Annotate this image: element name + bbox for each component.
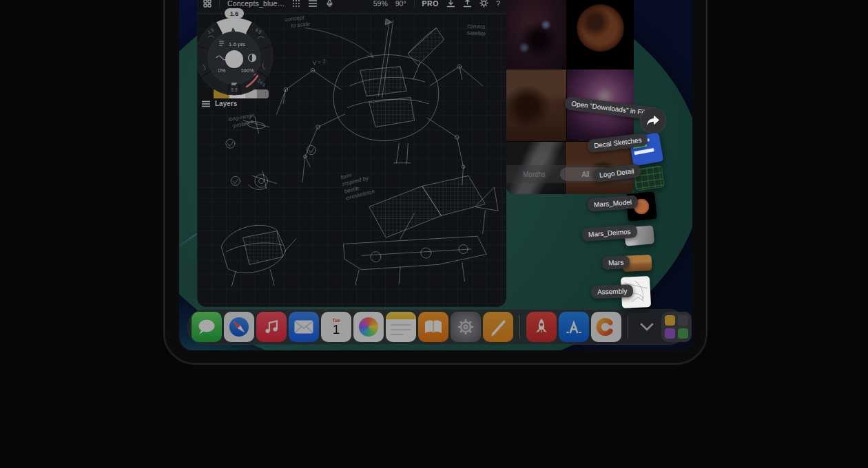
toolbar-divider: [414, 0, 415, 8]
ipad-device: Concepts_blue… 59% 90° PRO: [163, 0, 707, 365]
dock-app-library[interactable]: [661, 312, 692, 342]
dock-app-concepts[interactable]: [483, 312, 513, 342]
mini-star-icon: [665, 328, 675, 339]
app-library-minigrid: [665, 315, 688, 339]
calendar-day: 1: [333, 323, 340, 337]
pro-badge[interactable]: PRO: [422, 0, 439, 8]
dock-hide-chevron[interactable]: [634, 312, 659, 342]
annotation-concept-to-scale: conceptto scale: [285, 14, 311, 30]
import-icon[interactable]: [446, 0, 455, 8]
dock-app-books[interactable]: [418, 312, 448, 342]
segment-size-4: 8.8: [231, 87, 237, 92]
size-readout: 1.6 pts: [229, 41, 245, 47]
dock-app-crayon[interactable]: [591, 312, 621, 342]
opacity-min: 0%: [218, 67, 226, 74]
canvas-angle[interactable]: 90°: [395, 0, 406, 8]
dock-divider: [519, 315, 520, 339]
segment-months[interactable]: Months: [523, 171, 546, 178]
dock-app-mail[interactable]: [289, 312, 319, 342]
dock-app-notes[interactable]: [386, 312, 416, 342]
dock-app-messages[interactable]: [192, 312, 222, 342]
dock-app-rocket[interactable]: [526, 312, 557, 342]
active-size-badge: 1.6: [230, 10, 238, 17]
dock-app-app-store[interactable]: [559, 312, 589, 342]
opacity-max: 100%: [240, 67, 254, 74]
dock-divider: [628, 315, 628, 339]
drag-label-mars: Mars: [602, 255, 630, 270]
mini-clock-icon: [678, 328, 688, 339]
dock-app-calendar[interactable]: Tue 1: [321, 312, 351, 342]
dock: Tue 1: [187, 309, 687, 345]
tool-wheel[interactable]: 1.6 1.6 pts 0% 100% 1.5 9.5 14.5 8.8: [197, 8, 277, 102]
photos-flower-icon: [359, 317, 378, 337]
settings-gear-icon[interactable]: [479, 0, 488, 8]
share-forward-button[interactable]: [640, 107, 666, 134]
document-title[interactable]: Concepts_blue…: [227, 0, 285, 8]
dock-app-settings[interactable]: [451, 312, 481, 342]
dock-app-music[interactable]: [256, 312, 287, 342]
help-button[interactable]: ?: [496, 0, 500, 8]
share-export-icon[interactable]: [463, 0, 472, 8]
dot-grid-icon[interactable]: [292, 0, 300, 8]
apps-grid-icon[interactable]: [203, 0, 211, 8]
layer-stack-icon[interactable]: [308, 0, 318, 8]
concepts-app-window[interactable]: Concepts_blue… 59% 90° PRO: [197, 0, 506, 307]
drag-label-assembly: Assembly: [591, 284, 634, 299]
zoom-percent[interactable]: 59%: [373, 0, 388, 8]
pen-nib-icon[interactable]: [325, 0, 334, 8]
dock-app-safari[interactable]: [224, 312, 254, 342]
dock-app-photos[interactable]: [353, 312, 384, 342]
mini-camera-icon: [678, 315, 688, 326]
annotation-comms-satellite: commssatellite: [466, 23, 486, 39]
ipad-screen: Concepts_blue… 59% 90° PRO: [179, 0, 692, 350]
mini-lightbulb-icon: [665, 315, 675, 326]
toolbar-divider: [219, 0, 220, 8]
wheel-center-button: [225, 50, 243, 68]
